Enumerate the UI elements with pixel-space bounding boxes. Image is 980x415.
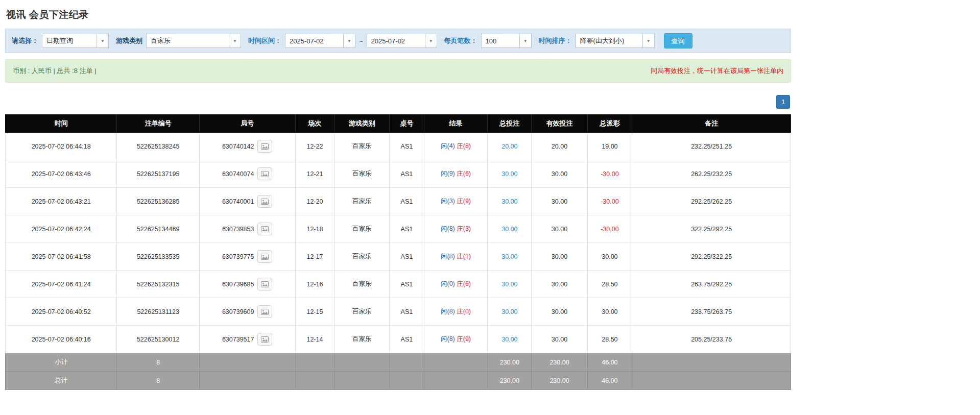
sort-input[interactable] — [576, 34, 642, 47]
video-replay-icon[interactable] — [257, 333, 272, 346]
cell-table-no: AS1 — [390, 243, 424, 271]
cell-table-no: AS1 — [390, 215, 424, 243]
total-bet-link[interactable]: 30.00 — [501, 198, 517, 205]
video-replay-icon[interactable] — [257, 195, 272, 208]
cell-session: 12-15 — [295, 298, 334, 326]
cell-table-no: AS1 — [390, 133, 424, 160]
result-banker: 庄(1) — [457, 253, 471, 260]
page-button-1[interactable]: 1 — [776, 95, 790, 109]
total-bet-link[interactable]: 20.00 — [501, 143, 517, 150]
total-total-bet: 230.00 — [488, 372, 532, 390]
total-row: 总计 8 230.00 230.00 46.00 — [6, 372, 791, 390]
game-type-input[interactable] — [147, 34, 229, 47]
cell-note: 233.75/263.75 — [632, 298, 791, 326]
date-from-input[interactable] — [285, 34, 343, 47]
cell-round-id: 630739853 — [199, 215, 295, 243]
cell-time: 2025-07-02 06:41:24 — [6, 271, 117, 298]
chevron-down-icon[interactable]: ▼ — [519, 34, 531, 47]
total-valid-bet: 230.00 — [532, 372, 587, 390]
video-replay-icon[interactable] — [257, 223, 272, 235]
cell-payout: -30.00 — [587, 188, 632, 215]
query-type-input[interactable] — [42, 34, 97, 47]
cell-valid-bet: 30.00 — [532, 160, 587, 188]
chevron-down-icon[interactable]: ▼ — [229, 34, 241, 47]
total-bet-link[interactable]: 30.00 — [501, 308, 517, 315]
column-header-bet-id: 注单编号 — [117, 115, 199, 133]
search-button[interactable]: 查询 — [664, 33, 692, 48]
round-id-text: 630740001 — [222, 198, 254, 205]
video-replay-icon[interactable] — [257, 250, 272, 263]
video-replay-icon[interactable] — [257, 167, 272, 180]
cell-time: 2025-07-02 06:44:18 — [6, 133, 117, 160]
column-header-result: 结果 — [424, 115, 488, 133]
cell-game: 百家乐 — [334, 133, 390, 160]
filter-game-type-group: 游戏类别 ▼ — [116, 34, 241, 48]
cell-note: 205.25/233.75 — [632, 326, 791, 353]
column-header-payout: 总派彩 — [587, 115, 632, 133]
cell-note: 262.25/232.25 — [632, 160, 791, 188]
cell-time: 2025-07-02 06:41:58 — [6, 243, 117, 271]
cell-note: 263.75/292.25 — [632, 271, 791, 298]
cell-payout: 30.00 — [587, 298, 632, 326]
table-row: 2025-07-02 06:43:46522625137195630740074… — [6, 160, 791, 188]
date-to-input[interactable] — [367, 34, 425, 47]
round-id-text: 630739685 — [222, 281, 254, 288]
result-banker: 庄(3) — [457, 225, 471, 232]
cell-note: 322.25/292.25 — [632, 215, 791, 243]
chevron-down-icon[interactable]: ▼ — [642, 34, 654, 47]
pagination: 1 — [5, 95, 790, 109]
video-replay-icon[interactable] — [257, 140, 272, 153]
filter-date-range-group: 时间区间： ▼ ~ ▼ — [248, 34, 437, 48]
cell-bet-id: 522625138245 — [117, 133, 199, 160]
video-replay-icon[interactable] — [257, 305, 272, 318]
cell-round-id: 630740142 — [199, 133, 295, 160]
total-bet-link[interactable]: 30.00 — [501, 281, 517, 288]
filter-bar: 请选择： ▼ 游戏类别 ▼ 时间区间： ▼ ~ ▼ — [5, 29, 791, 53]
cell-total-bet: 30.00 — [488, 326, 532, 353]
currency-summary-text: 币别 : 人民币 | 总共 :8 注单 | — [13, 66, 97, 76]
cell-table-no: AS1 — [390, 160, 424, 188]
cell-table-no: AS1 — [390, 326, 424, 353]
cell-payout: 28.50 — [587, 271, 632, 298]
round-id-text: 630739775 — [222, 253, 254, 260]
filter-page-size-group: 每页笔数： ▼ — [444, 34, 532, 48]
round-id-text: 630739609 — [222, 308, 254, 315]
column-header-valid-bet: 有效投注 — [532, 115, 587, 133]
cell-game: 百家乐 — [334, 298, 390, 326]
result-player: 闲(4) — [441, 142, 455, 150]
cell-table-no: AS1 — [390, 298, 424, 326]
total-count: 8 — [117, 372, 199, 390]
chevron-down-icon[interactable]: ▼ — [97, 34, 108, 47]
chevron-down-icon[interactable]: ▼ — [343, 34, 355, 47]
cell-note: 232.25/251.25 — [632, 133, 791, 160]
cell-table-no: AS1 — [390, 271, 424, 298]
total-bet-link[interactable]: 30.00 — [501, 336, 517, 343]
total-payout: 46.00 — [587, 372, 632, 390]
cell-bet-id: 522625131123 — [117, 298, 199, 326]
chevron-down-icon[interactable]: ▼ — [425, 34, 437, 47]
subtotal-valid-bet: 230.00 — [532, 353, 587, 372]
filter-select-group: 请选择： ▼ — [12, 34, 109, 48]
total-bet-link[interactable]: 30.00 — [501, 170, 517, 178]
subtotal-total-bet: 230.00 — [488, 353, 532, 372]
page-size-input[interactable] — [482, 34, 519, 47]
result-banker: 庄(8) — [457, 142, 471, 150]
result-player: 闲(8) — [441, 308, 455, 315]
video-replay-icon[interactable] — [257, 278, 272, 290]
game-type-label: 游戏类别 — [116, 36, 142, 45]
total-bet-link[interactable]: 30.00 — [501, 226, 517, 233]
column-header-total-bet: 总投注 — [488, 115, 532, 133]
result-banker: 庄(6) — [457, 170, 471, 177]
cell-round-id: 630739609 — [199, 298, 295, 326]
cell-session: 12-21 — [295, 160, 334, 188]
total-bet-link[interactable]: 30.00 — [501, 253, 517, 260]
cell-round-id: 630739517 — [199, 326, 295, 353]
sort-combobox: ▼ — [576, 34, 655, 48]
cell-session: 12-14 — [295, 326, 334, 353]
table-row: 2025-07-02 06:43:21522625136285630740001… — [6, 188, 791, 215]
cell-round-id: 630740001 — [199, 188, 295, 215]
round-id-text: 630740074 — [222, 170, 254, 178]
table-row: 2025-07-02 06:42:24522625134469630739853… — [6, 215, 791, 243]
filter-sort-group: 时间排序： ▼ — [539, 34, 655, 48]
cell-valid-bet: 30.00 — [532, 188, 587, 215]
